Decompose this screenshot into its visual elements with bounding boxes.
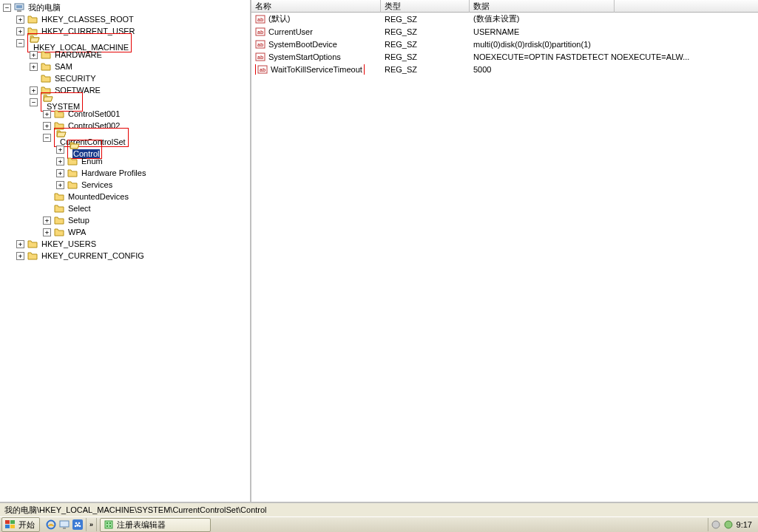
tree-item-security[interactable]: SECURITY <box>0 72 250 84</box>
expand-icon[interactable]: + <box>43 216 51 225</box>
list-row[interactable]: abCurrentUserREG_SZUSERNAME <box>251 25 758 38</box>
collapse-icon[interactable]: − <box>3 4 11 12</box>
folder-open-icon <box>30 34 129 43</box>
value-type: REG_SZ <box>381 15 470 24</box>
tree-item-hkcc[interactable]: + HKEY_CURRENT_CONFIG <box>0 250 250 262</box>
folder-icon <box>54 216 64 225</box>
string-value-icon: ab <box>255 27 265 37</box>
tree-item-hklm[interactable]: − HKEY_LOCAL_MACHINE <box>0 37 250 49</box>
start-button[interactable]: 开始 <box>1 517 40 532</box>
values-panel: 名称 类型 数据 ab(默认)REG_SZ(数值未设置)abCurrentUse… <box>251 0 758 502</box>
svg-point-24 <box>79 525 81 528</box>
tree-item-system[interactable]: − SYSTEM <box>0 96 250 108</box>
folder-icon <box>67 157 78 166</box>
expand-icon[interactable]: + <box>30 63 38 71</box>
string-value-icon: ab <box>255 39 265 50</box>
svg-point-21 <box>75 522 78 525</box>
quick-launch-chevron-icon[interactable]: » <box>87 518 97 531</box>
tree-panel[interactable]: − 我的电脑 + HKEY_CLASSES_ROOT + HKEY_CURREN… <box>0 0 251 502</box>
tree-item-select[interactable]: Select <box>0 202 250 214</box>
system-tray[interactable]: 9:17 <box>708 518 755 531</box>
svg-point-25 <box>76 524 79 527</box>
taskbar: 开始 » 注册表编辑器 9:17 <box>0 516 758 532</box>
list-body[interactable]: ab(默认)REG_SZ(数值未设置)abCurrentUserREG_SZUS… <box>251 13 758 502</box>
svg-point-31 <box>712 521 720 528</box>
tree-item-hku[interactable]: + HKEY_USERS <box>0 238 250 250</box>
svg-rect-15 <box>5 525 10 528</box>
svg-rect-19 <box>63 528 66 529</box>
tree-item-hkcr[interactable]: + HKEY_CLASSES_ROOT <box>0 13 250 25</box>
expand-icon[interactable]: + <box>56 157 64 166</box>
svg-rect-28 <box>109 522 111 524</box>
expand-icon[interactable]: + <box>56 146 64 154</box>
string-value-icon: ab <box>257 64 268 75</box>
tree-item-wpa[interactable]: + WPA <box>0 226 250 238</box>
status-path: 我的电脑\HKEY_LOCAL_MACHINE\SYSTEM\CurrentCo… <box>4 505 267 514</box>
expand-icon[interactable]: + <box>43 122 51 130</box>
value-name: WaitToKillServiceTimeout <box>271 65 362 74</box>
tree-item-cs001[interactable]: + ControlSet001 <box>0 108 250 120</box>
list-row[interactable]: ab(默认)REG_SZ(数值未设置) <box>251 13 758 25</box>
string-value-icon: ab <box>255 52 265 62</box>
folder-icon <box>27 239 38 248</box>
ie-icon[interactable] <box>46 519 56 530</box>
expand-icon[interactable]: + <box>16 240 24 248</box>
svg-rect-27 <box>106 522 108 524</box>
value-type: REG_SZ <box>381 27 470 36</box>
tray-icon[interactable] <box>711 520 720 529</box>
tree-item-setup[interactable]: + Setup <box>0 214 250 226</box>
list-row[interactable]: abSystemStartOptionsREG_SZNOEXECUTE=OPTI… <box>251 50 758 63</box>
tree-item-mounted[interactable]: MountedDevices <box>0 191 250 202</box>
expand-icon[interactable]: + <box>30 51 38 59</box>
value-name: SystemStartOptions <box>268 52 341 61</box>
tree-item-software[interactable]: + SOFTWARE <box>0 84 250 96</box>
folder-icon <box>67 168 78 177</box>
paw-icon[interactable] <box>72 519 83 530</box>
svg-text:ab: ab <box>257 17 263 22</box>
svg-text:ab: ab <box>260 67 265 72</box>
expand-icon[interactable]: + <box>43 110 51 118</box>
regedit-icon <box>104 519 114 530</box>
computer-icon <box>14 2 24 13</box>
list-row[interactable]: abWaitToKillServiceTimeoutREG_SZ5000 <box>251 63 758 75</box>
tree-item-sam[interactable]: + SAM <box>0 61 250 72</box>
collapse-icon[interactable]: − <box>43 134 51 142</box>
svg-point-23 <box>75 525 77 528</box>
col-header-name[interactable]: 名称 <box>251 0 381 13</box>
svg-text:ab: ab <box>257 42 263 47</box>
tree-item-hwprofiles[interactable]: + Hardware Profiles <box>0 167 250 179</box>
tree-item-ccs[interactable]: − CurrentControlSet <box>0 132 250 143</box>
tray-icon[interactable] <box>724 520 733 529</box>
value-data: (数值未设置) <box>470 13 758 24</box>
value-type: REG_SZ <box>381 40 470 49</box>
status-bar: 我的电脑\HKEY_LOCAL_MACHINE\SYSTEM\CurrentCo… <box>0 502 758 516</box>
expand-icon[interactable]: + <box>16 252 24 260</box>
list-row[interactable]: abSystemBootDeviceREG_SZmulti(0)disk(0)r… <box>251 38 758 50</box>
folder-open-icon <box>70 140 100 149</box>
expand-icon[interactable]: + <box>16 27 24 35</box>
col-header-type[interactable]: 类型 <box>381 0 470 13</box>
task-button-regedit[interactable]: 注册表编辑器 <box>100 518 211 532</box>
value-name: SystemBootDevice <box>268 40 337 49</box>
collapse-icon[interactable]: − <box>30 98 38 106</box>
folder-icon <box>67 180 78 189</box>
expand-icon[interactable]: + <box>30 86 38 95</box>
folder-icon <box>27 15 38 24</box>
folder-icon <box>54 109 64 118</box>
tray-clock[interactable]: 9:17 <box>737 520 752 529</box>
svg-rect-26 <box>105 521 112 528</box>
tree-root[interactable]: − 我的电脑 <box>0 1 250 13</box>
desktop-icon[interactable] <box>59 519 70 530</box>
folder-icon <box>54 204 64 213</box>
expand-icon[interactable]: + <box>43 228 51 236</box>
expand-icon[interactable]: + <box>56 181 64 189</box>
collapse-icon[interactable]: − <box>16 39 24 47</box>
tree-item-enum[interactable]: + Enum <box>0 155 250 167</box>
value-data: USERNAME <box>470 27 758 36</box>
expand-icon[interactable]: + <box>56 169 64 177</box>
folder-icon <box>54 192 64 201</box>
tree-item-services[interactable]: + Services <box>0 179 250 191</box>
svg-rect-30 <box>109 525 111 527</box>
expand-icon[interactable]: + <box>16 16 24 24</box>
col-header-data[interactable]: 数据 <box>470 0 615 13</box>
